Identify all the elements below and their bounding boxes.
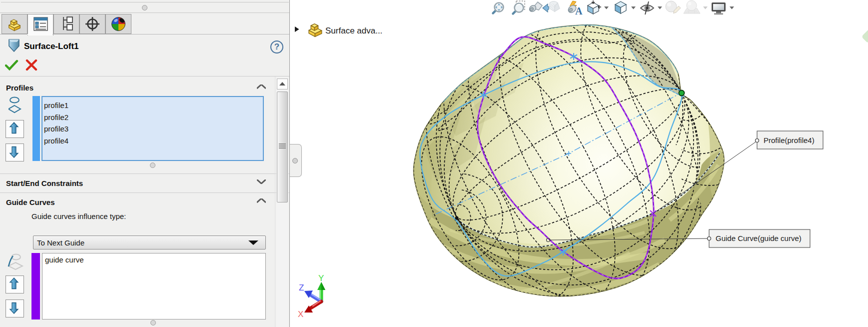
svg-text:Guide Curve(guide curve): Guide Curve(guide curve) (716, 234, 802, 242)
svg-text:A: A (575, 6, 583, 16)
svg-text:Y: Y (318, 274, 324, 283)
svg-text:Z: Z (299, 283, 304, 292)
svg-text:Profile(profile4): Profile(profile4) (764, 136, 815, 144)
svg-text:X: X (298, 310, 303, 319)
svg-text:Surface adva...: Surface adva... (325, 26, 382, 36)
